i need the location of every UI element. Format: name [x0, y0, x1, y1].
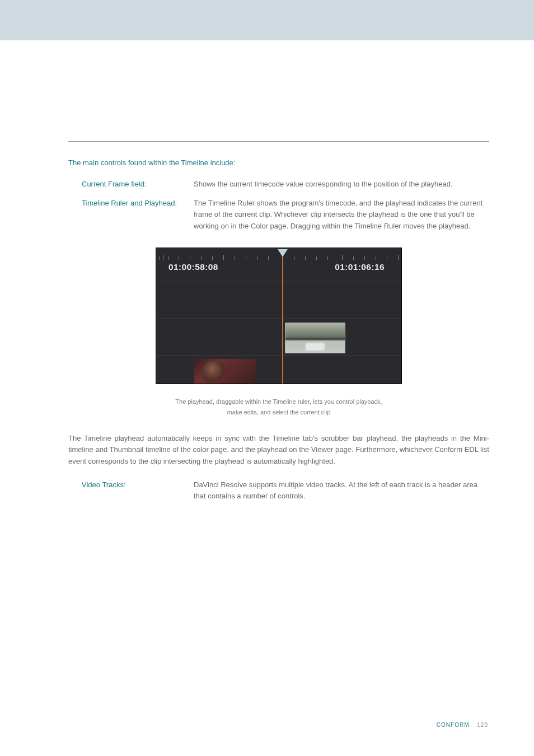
desc-video-tracks: DaVinci Resolve supports multiple video …: [194, 479, 489, 502]
section-intro: The main controls found within the Timel…: [68, 157, 489, 169]
definition-item: Current Frame field: Shows the current t…: [82, 179, 489, 190]
term-timeline-ruler-playhead: Timeline Ruler and Playhead:: [82, 198, 194, 209]
body-paragraph: The Timeline playhead automatically keep…: [68, 433, 489, 466]
page-content: The main controls found within the Timel…: [0, 40, 534, 502]
timeline-screenshot: 01:00:58:08 01:01:06:16: [156, 248, 402, 384]
track-divider: [156, 282, 401, 282]
timecode-left: 01:00:58:08: [168, 260, 218, 274]
term-video-tracks: Video Tracks:: [82, 479, 194, 491]
desc-timeline-ruler-playhead: The Timeline Ruler shows the program's t…: [194, 198, 489, 231]
definition-list: Video Tracks: DaVinci Resolve supports m…: [68, 479, 489, 502]
page-header-bar: [0, 0, 534, 40]
track-divider: [156, 319, 401, 319]
footer-page-number: 120: [477, 722, 488, 728]
playhead-line: [282, 256, 283, 384]
timeline-ruler: 01:00:58:08 01:01:06:16: [156, 254, 401, 276]
definition-list: Current Frame field: Shows the current t…: [68, 179, 489, 232]
track-divider: [156, 356, 401, 356]
section-divider: [68, 141, 489, 142]
clip-thumbnail: [285, 323, 345, 353]
figure-caption: The playhead, draggable within the Timel…: [68, 396, 489, 417]
definition-item: Timeline Ruler and Playhead: The Timelin…: [82, 198, 489, 231]
figure-wrap: 01:00:58:08 01:01:06:16: [68, 248, 489, 388]
timecode-right: 01:01:06:16: [335, 260, 385, 274]
footer-section: CONFORM: [437, 722, 470, 728]
caption-line: make edits, and select the current clip: [227, 409, 331, 416]
term-current-frame-field: Current Frame field:: [82, 179, 194, 190]
caption-line: The playhead, draggable within the Timel…: [175, 398, 382, 405]
clip-thumbnail: [194, 359, 256, 384]
page-footer: CONFORM 120: [437, 721, 488, 730]
desc-current-frame-field: Shows the current timecode value corresp…: [194, 179, 489, 190]
definition-item: Video Tracks: DaVinci Resolve supports m…: [82, 479, 489, 502]
